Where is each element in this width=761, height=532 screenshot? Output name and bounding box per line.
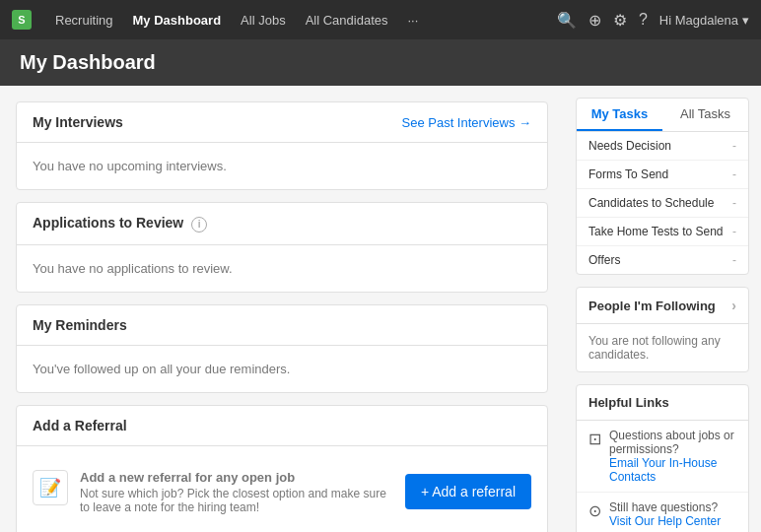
referral-add-icon: 📝 (33, 470, 68, 505)
search-icon[interactable]: 🔍 (557, 11, 577, 30)
add-referral-button[interactable]: + Add a referral (405, 474, 531, 509)
following-body: You are not following any candidates. (577, 324, 748, 371)
nav-my-dashboard[interactable]: My Dashboard (125, 9, 230, 32)
or-divider: OR (33, 522, 531, 533)
task-candidates-to-schedule-label: Candidates to Schedule (588, 196, 714, 210)
nav-all-jobs[interactable]: All Jobs (233, 9, 294, 32)
tasks-list: Needs Decision - Forms To Send - Candida… (577, 132, 748, 274)
page-title: My Dashboard (20, 51, 741, 74)
applications-card: Applications to Review i You have no app… (16, 202, 548, 293)
helpful-link-1[interactable]: Visit Our Help Center (609, 514, 721, 528)
interviews-body: You have no upcoming interviews. (17, 143, 547, 189)
helpful-link-0[interactable]: Email Your In-House Contacts (609, 456, 736, 484)
reminders-card: My Reminders You've followed up on all y… (16, 304, 548, 393)
referral-add-heading: Add a new referral for any open job (80, 470, 295, 485)
add-referral-option: 📝 Add a new referral for any open job No… (33, 462, 531, 522)
task-take-home-tests: Take Home Tests to Send - (577, 218, 748, 246)
helpful-links-header: Helpful Links (577, 385, 748, 421)
applications-header: Applications to Review i (17, 203, 547, 245)
task-needs-decision-label: Needs Decision (588, 139, 671, 153)
add-icon[interactable]: ⊕ (588, 11, 601, 30)
following-chevron-icon[interactable]: › (731, 298, 736, 313)
reminders-empty-message: You've followed up on all your due remin… (33, 362, 290, 376)
task-needs-decision-value: - (732, 139, 736, 153)
reminders-title: My Reminders (33, 317, 127, 333)
reminders-header: My Reminders (17, 305, 547, 346)
helpful-item-0: ⊡ Questions about jobs or permissions? E… (577, 421, 748, 493)
interviews-card: My Interviews See Past Interviews → You … (16, 101, 548, 190)
referral-add-text: Add a new referral for any open job Not … (80, 470, 393, 514)
task-candidates-to-schedule-value: - (732, 196, 736, 210)
chevron-down-icon: ▾ (742, 13, 749, 28)
helpful-text-0: Questions about jobs or permissions? Ema… (609, 429, 736, 484)
tasks-card: My Tasks All Tasks Needs Decision - Form… (576, 98, 749, 275)
task-take-home-tests-label: Take Home Tests to Send (588, 225, 724, 238)
nav-icons: 🔍 ⊕ ⚙ ? Hi Magdalena ▾ (557, 11, 749, 30)
helpful-icon-1: ⊙ (588, 501, 601, 520)
task-candidates-to-schedule: Candidates to Schedule - (577, 189, 748, 218)
applications-body: You have no applications to review. (17, 245, 547, 292)
referral-title: Add a Referral (33, 418, 127, 433)
help-icon[interactable]: ? (639, 11, 648, 29)
referral-card: Add a Referral 📝 Add a new referral for … (16, 405, 548, 533)
applications-title: Applications to Review i (33, 215, 207, 233)
interviews-title: My Interviews (33, 114, 123, 130)
task-forms-to-send-label: Forms To Send (588, 167, 668, 181)
page-title-bar: My Dashboard (0, 39, 761, 86)
helpful-text-1: Still have questions? Visit Our Help Cen… (609, 500, 721, 528)
following-header: People I'm Following › (577, 288, 748, 324)
following-card: People I'm Following › You are not follo… (576, 287, 749, 372)
app-logo: S (12, 10, 32, 30)
right-panel: My Tasks All Tasks Needs Decision - Form… (564, 86, 761, 532)
task-needs-decision: Needs Decision - (577, 132, 748, 161)
nav-all-candidates[interactable]: All Candidates (298, 9, 396, 32)
following-empty-message: You are not following any candidates. (588, 334, 721, 362)
referral-body: 📝 Add a new referral for any open job No… (17, 446, 547, 533)
main-layout: My Interviews See Past Interviews → You … (0, 86, 761, 532)
task-forms-to-send: Forms To Send - (577, 161, 748, 189)
top-navigation: S Recruiting My Dashboard All Jobs All C… (0, 0, 761, 39)
applications-empty-message: You have no applications to review. (33, 261, 233, 276)
helpful-links-card: Helpful Links ⊡ Questions about jobs or … (576, 384, 749, 532)
nav-links: Recruiting My Dashboard All Jobs All Can… (47, 9, 426, 32)
tasks-tabs: My Tasks All Tasks (577, 99, 748, 132)
interviews-empty-message: You have no upcoming interviews. (33, 159, 227, 173)
task-take-home-tests-value: - (732, 225, 736, 238)
all-tasks-tab[interactable]: All Tasks (662, 99, 748, 131)
see-past-interviews-link[interactable]: See Past Interviews → (402, 115, 532, 130)
task-offers-value: - (732, 253, 736, 267)
referral-add-description: Not sure which job? Pick the closest opt… (80, 487, 393, 514)
user-menu[interactable]: Hi Magdalena ▾ (659, 13, 749, 28)
referral-header: Add a Referral (17, 406, 547, 446)
task-forms-to-send-value: - (732, 167, 736, 181)
applications-info-icon[interactable]: i (191, 217, 207, 233)
reminders-body: You've followed up on all your due remin… (17, 346, 547, 392)
interviews-header: My Interviews See Past Interviews → (17, 102, 547, 143)
left-panel: My Interviews See Past Interviews → You … (0, 86, 564, 532)
helpful-item-1: ⊙ Still have questions? Visit Our Help C… (577, 493, 748, 532)
task-offers-label: Offers (588, 253, 620, 267)
my-tasks-tab[interactable]: My Tasks (577, 99, 662, 131)
nav-more[interactable]: ··· (399, 9, 426, 32)
following-title: People I'm Following (588, 299, 716, 313)
task-offers: Offers - (577, 246, 748, 274)
nav-recruiting[interactable]: Recruiting (47, 9, 121, 32)
helpful-icon-0: ⊡ (588, 430, 601, 448)
settings-icon[interactable]: ⚙ (613, 11, 627, 30)
